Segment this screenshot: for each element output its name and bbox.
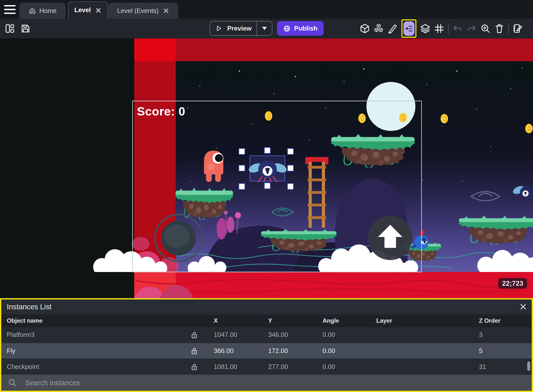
instances-search-bar <box>1 375 532 391</box>
undo-icon <box>453 23 463 34</box>
lock-toggle-button[interactable] <box>190 331 198 339</box>
publish-button[interactable]: Publish <box>277 21 324 36</box>
table-row-checkpoint[interactable]: Checkpoint 1081.00 277.00 0.00 31 <box>1 359 532 375</box>
game-scene <box>0 39 533 298</box>
red-band-stripe-overlap <box>134 39 176 61</box>
active-tool-highlight <box>401 19 416 38</box>
play-icon <box>215 25 222 32</box>
column-object-name: Object name <box>1 317 187 324</box>
instances-list-icon <box>406 25 412 33</box>
search-icon <box>8 378 17 387</box>
objects-editor-button[interactable] <box>360 23 370 34</box>
coin[interactable] <box>525 124 533 133</box>
column-layer: Layer <box>364 317 467 324</box>
tab-level-events[interactable]: Level (Events) <box>108 3 178 19</box>
zoom-in-button[interactable] <box>480 23 491 34</box>
column-x: X <box>202 317 256 324</box>
notebook-edit-icon <box>513 23 523 34</box>
redo-icon <box>466 23 477 34</box>
tab-level-label: Level <box>74 6 91 14</box>
instance-z-order[interactable]: 5 <box>467 347 532 354</box>
layout-panels-icon <box>5 23 15 34</box>
instance-z-order[interactable]: 3 <box>467 331 532 339</box>
moon <box>366 82 415 131</box>
tab-home[interactable]: Home <box>19 3 66 19</box>
ladder[interactable] <box>305 157 328 228</box>
top-red-band[interactable] <box>176 39 533 61</box>
delete-button[interactable] <box>494 23 504 34</box>
lock-toggle-button[interactable] <box>190 347 198 355</box>
unlock-icon <box>190 331 198 339</box>
table-row-fly-selected[interactable]: Fly 366.00 172.00 0.00 5 <box>1 343 532 359</box>
tab-level-events-close-icon[interactable] <box>163 8 169 13</box>
unlock-icon <box>190 347 198 355</box>
preview-label: Preview <box>222 25 257 32</box>
instances-list-title: Instances List <box>7 303 51 311</box>
instance-angle[interactable]: 0.00 <box>311 331 364 339</box>
cube-icon <box>360 23 370 34</box>
scrollbar-thumb[interactable] <box>527 361 530 371</box>
grid-button[interactable] <box>434 23 444 34</box>
instance-x[interactable]: 1047.00 <box>202 331 256 339</box>
instance-name: Fly <box>1 347 187 354</box>
grid-icon <box>434 23 444 34</box>
column-y: Y <box>256 317 311 324</box>
tab-bar: Home Level Level (Events) <box>0 0 533 19</box>
save-button[interactable] <box>20 23 31 34</box>
column-angle: Angle <box>311 317 364 324</box>
instance-angle[interactable]: 0.00 <box>311 347 364 354</box>
unlock-icon <box>190 363 198 371</box>
instances-table-header-row: Object name X Y Angle Layer Z Order <box>1 314 532 327</box>
undo-button[interactable] <box>453 23 463 34</box>
virtual-joystick[interactable] <box>155 215 202 262</box>
toolbar-divider <box>508 23 509 34</box>
instances-list-header: Instances List <box>1 300 532 314</box>
coin[interactable] <box>265 111 272 121</box>
instance-z-order[interactable]: 31 <box>467 363 532 371</box>
layers-button[interactable] <box>420 23 430 34</box>
gdevelop-editor-window: Home Level Level (Events) Preview <box>0 0 533 392</box>
search-instances-input[interactable] <box>25 378 532 387</box>
scene-editor-canvas[interactable]: Score: 0 22;723 <box>0 39 533 298</box>
trash-icon <box>494 23 504 34</box>
instances-list-close-button[interactable] <box>519 303 527 310</box>
table-row-platform3[interactable]: Platform3 1047.00 346.00 0.00 3 <box>1 327 532 343</box>
menu-hamburger-icon[interactable] <box>4 4 16 15</box>
edit-scene-properties-button[interactable] <box>513 23 523 34</box>
globe-icon <box>283 25 291 32</box>
tab-level-events-label: Level (Events) <box>117 7 158 14</box>
instances-list-panel: Instances List Object name X Y Angle Lay… <box>0 298 533 392</box>
instance-y[interactable]: 346.00 <box>256 331 311 339</box>
properties-button[interactable] <box>387 23 398 34</box>
preview-button[interactable]: Preview <box>210 21 272 36</box>
object-groups-icon <box>374 23 384 34</box>
bottom-red-band <box>134 272 533 298</box>
pencil-icon <box>387 23 398 34</box>
score-text-object[interactable]: Score: 0 <box>137 105 186 118</box>
zoom-in-icon <box>480 23 491 34</box>
lock-toggle-button[interactable] <box>190 363 198 371</box>
coin[interactable] <box>441 114 448 123</box>
redo-button[interactable] <box>466 23 477 34</box>
layers-icon <box>420 23 430 34</box>
publish-label: Publish <box>294 25 317 32</box>
object-groups-button[interactable] <box>374 23 384 34</box>
instance-y[interactable]: 277.00 <box>256 363 311 371</box>
instance-name: Platform3 <box>1 331 187 339</box>
tab-level-active[interactable]: Level <box>68 1 108 19</box>
save-icon <box>20 23 31 34</box>
jump-button[interactable] <box>368 216 412 260</box>
preview-dropdown-button[interactable] <box>257 27 272 30</box>
instance-y[interactable]: 172.00 <box>256 347 311 354</box>
tab-level-close-icon[interactable] <box>96 7 101 13</box>
close-icon <box>519 303 527 310</box>
open-panels-layout-button[interactable] <box>5 23 15 34</box>
coin[interactable] <box>358 114 366 123</box>
instance-x[interactable]: 366.00 <box>202 347 256 354</box>
coin[interactable] <box>399 113 407 122</box>
instance-angle[interactable]: 0.00 <box>311 363 364 371</box>
toolbar-divider <box>448 23 449 34</box>
instances-list-button-active[interactable] <box>404 21 415 36</box>
instance-x[interactable]: 1081.00 <box>202 363 256 371</box>
instance-name: Checkpoint <box>1 363 187 371</box>
